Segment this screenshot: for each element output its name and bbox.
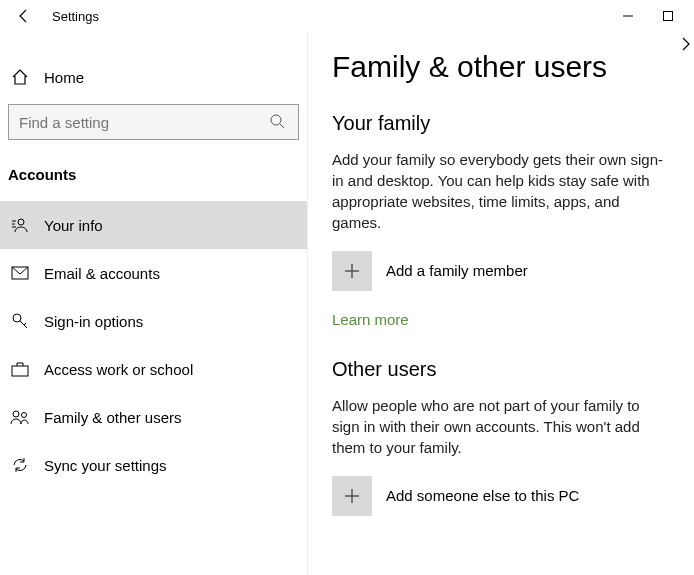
plus-icon (332, 251, 372, 291)
add-other-user-button[interactable]: Add someone else to this PC (332, 476, 670, 516)
svg-rect-1 (664, 12, 673, 21)
person-card-icon (8, 217, 32, 233)
svg-point-9 (13, 314, 21, 322)
nav-sync-settings[interactable]: Sync your settings (0, 441, 307, 489)
nav-label: Access work or school (44, 361, 193, 378)
add-family-label: Add a family member (386, 251, 528, 291)
svg-point-14 (22, 413, 27, 418)
titlebar: Settings (0, 0, 694, 32)
back-button[interactable] (8, 0, 40, 32)
svg-rect-12 (12, 366, 28, 376)
nav-label: Email & accounts (44, 265, 160, 282)
svg-line-11 (24, 323, 26, 325)
search-container (0, 104, 307, 140)
nav-family-users[interactable]: Family & other users (0, 393, 307, 441)
nav-label: Sync your settings (44, 457, 167, 474)
other-users-heading: Other users (332, 358, 670, 381)
search-input[interactable] (8, 104, 299, 140)
mail-icon (8, 266, 32, 280)
sync-icon (8, 456, 32, 474)
nav-your-info[interactable]: Your info (0, 201, 307, 249)
nav-label: Family & other users (44, 409, 182, 426)
family-description: Add your family so everybody gets their … (332, 149, 670, 233)
close-button[interactable] (688, 0, 694, 32)
sidebar: Home Accounts Your info Email & accounts (0, 32, 308, 575)
content-area: Family & other users Your family Add you… (308, 32, 694, 575)
svg-point-13 (13, 411, 19, 417)
section-accounts: Accounts (0, 158, 307, 201)
plus-icon (332, 476, 372, 516)
other-users-description: Allow people who are not part of your fa… (332, 395, 670, 458)
nav-email-accounts[interactable]: Email & accounts (0, 249, 307, 297)
svg-point-4 (18, 219, 24, 225)
window-title: Settings (52, 9, 99, 24)
page-heading: Family & other users (332, 50, 670, 84)
add-family-member-button[interactable]: Add a family member (332, 251, 670, 291)
nav-access-work[interactable]: Access work or school (0, 345, 307, 393)
briefcase-icon (8, 361, 32, 377)
nav-label: Your info (44, 217, 103, 234)
home-label: Home (44, 69, 84, 86)
scroll-right-icon[interactable] (680, 36, 692, 55)
nav-signin-options[interactable]: Sign-in options (0, 297, 307, 345)
family-heading: Your family (332, 112, 670, 135)
home-icon (8, 68, 32, 86)
maximize-button[interactable] (648, 0, 688, 32)
people-icon (8, 409, 32, 425)
key-icon (8, 312, 32, 330)
home-button[interactable]: Home (0, 56, 307, 98)
learn-more-link[interactable]: Learn more (332, 311, 409, 328)
add-other-label: Add someone else to this PC (386, 476, 579, 516)
svg-line-10 (20, 321, 27, 328)
nav-label: Sign-in options (44, 313, 143, 330)
minimize-button[interactable] (608, 0, 648, 32)
